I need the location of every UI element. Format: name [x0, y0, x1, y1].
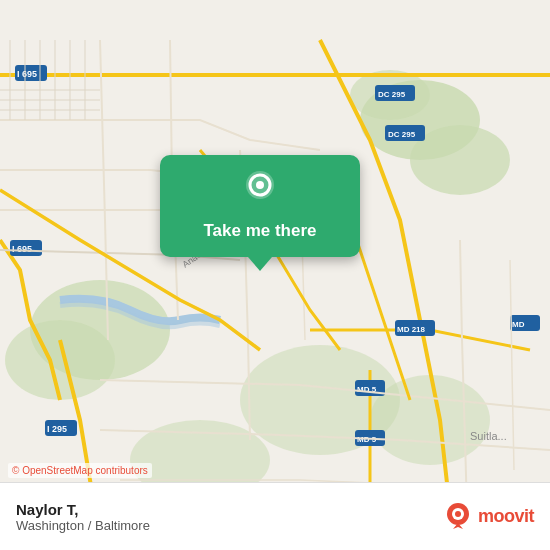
svg-text:MD 218: MD 218: [397, 325, 426, 334]
svg-text:MD: MD: [512, 320, 525, 329]
svg-text:I 695: I 695: [12, 244, 32, 254]
svg-text:I 295: I 295: [47, 424, 67, 434]
location-pin-icon: [240, 169, 280, 209]
svg-point-31: [256, 181, 264, 189]
copyright-text: © OpenStreetMap contributors: [8, 463, 152, 478]
moovit-logo[interactable]: moovit: [442, 501, 534, 533]
popup-card: Take me there: [160, 155, 360, 257]
svg-text:Suitla...: Suitla...: [470, 430, 507, 442]
copyright-label: © OpenStreetMap contributors: [12, 465, 148, 476]
svg-text:DC 295: DC 295: [388, 130, 416, 139]
svg-point-5: [5, 320, 115, 400]
location-info: Naylor T, Washington / Baltimore: [16, 501, 150, 533]
location-name: Naylor T,: [16, 501, 150, 518]
svg-text:I 695: I 695: [17, 69, 37, 79]
moovit-icon: [442, 501, 474, 533]
osm-link[interactable]: © OpenStreetMap contributors: [12, 465, 148, 476]
svg-text:DC 295: DC 295: [378, 90, 406, 99]
location-city: Washington / Baltimore: [16, 518, 150, 533]
map-container: I 695 DC 295 DC 295 I 295 I 695 MD 218 M…: [0, 0, 550, 550]
moovit-text: moovit: [478, 506, 534, 527]
svg-point-7: [370, 375, 490, 465]
bottom-bar: Naylor T, Washington / Baltimore moovit: [0, 482, 550, 550]
svg-point-34: [455, 511, 461, 517]
take-me-there-button[interactable]: Take me there: [195, 219, 324, 243]
